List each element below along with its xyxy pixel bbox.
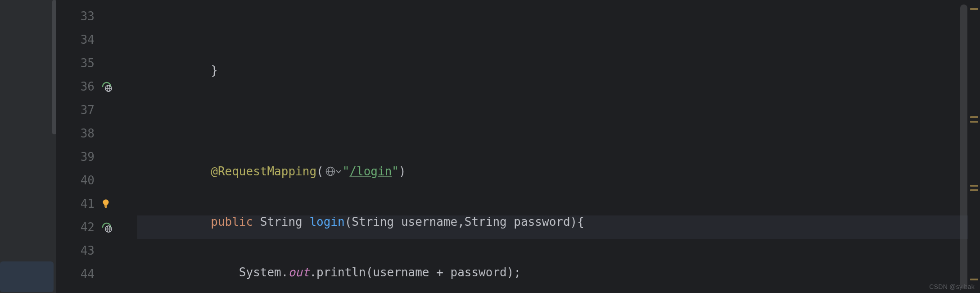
- svg-rect-4: [105, 207, 107, 208]
- gutter-row[interactable]: 35: [56, 51, 137, 75]
- gutter-row[interactable]: 36: [56, 75, 137, 98]
- marker-warning[interactable]: [970, 116, 978, 118]
- line-number: 33: [56, 9, 95, 23]
- web-endpoint-icon[interactable]: [101, 81, 113, 92]
- open-url-icon[interactable]: [324, 166, 343, 176]
- watermark: CSDN @sy.bak: [929, 283, 975, 290]
- line-number: 34: [56, 33, 95, 46]
- line-number: 38: [56, 127, 95, 140]
- gutter-row[interactable]: 42: [56, 215, 137, 239]
- code-line: [154, 109, 980, 133]
- gutter-row[interactable]: 38: [56, 122, 137, 145]
- marker-warning[interactable]: [970, 279, 978, 280]
- line-number: 44: [56, 267, 95, 281]
- editor-scrollbar[interactable]: [960, 5, 967, 288]
- line-number: 35: [56, 56, 95, 70]
- svg-rect-3: [104, 206, 107, 207]
- line-number: 41: [56, 197, 95, 211]
- gutter-row[interactable]: 44: [56, 262, 137, 286]
- web-endpoint-icon[interactable]: [101, 221, 113, 233]
- marker-warning[interactable]: [970, 185, 978, 187]
- line-number: 40: [56, 174, 95, 187]
- tool-window-bar: [0, 0, 56, 293]
- line-number: 37: [56, 103, 95, 117]
- toolbar-scrollbar[interactable]: [52, 0, 56, 134]
- code-line: @RequestMapping("/login"): [154, 160, 980, 183]
- code-line: }: [154, 59, 980, 82]
- code-line: System.out.println(username + password);: [154, 261, 980, 284]
- marker-warning[interactable]: [970, 121, 978, 123]
- marker-warning[interactable]: [970, 189, 978, 191]
- url-path[interactable]: /login: [349, 165, 392, 178]
- line-number: 36: [56, 80, 95, 93]
- gutter-row[interactable]: 37: [56, 98, 137, 122]
- line-number: 42: [56, 220, 95, 234]
- gutter-row[interactable]: 34: [56, 28, 137, 51]
- gutter: 333435363738394041424344: [56, 0, 137, 293]
- marker-warning[interactable]: [970, 8, 978, 10]
- code-area[interactable]: } @RequestMapping("/login") public Strin…: [137, 0, 980, 293]
- tool-window-tab-active[interactable]: [0, 261, 54, 292]
- annotation: @RequestMapping: [211, 165, 316, 178]
- gutter-row[interactable]: 39: [56, 145, 137, 169]
- gutter-row[interactable]: 33: [56, 5, 137, 28]
- line-number: 43: [56, 244, 95, 257]
- gutter-row[interactable]: 41: [56, 192, 137, 215]
- gutter-row[interactable]: 40: [56, 169, 137, 192]
- gutter-row[interactable]: 43: [56, 239, 137, 262]
- intention-bulb-icon[interactable]: [101, 199, 111, 209]
- line-number: 39: [56, 150, 95, 164]
- marker-bar[interactable]: [968, 0, 980, 293]
- method-name: login: [309, 215, 344, 229]
- code-editor: 333435363738394041424344 } @RequestMappi…: [0, 0, 980, 293]
